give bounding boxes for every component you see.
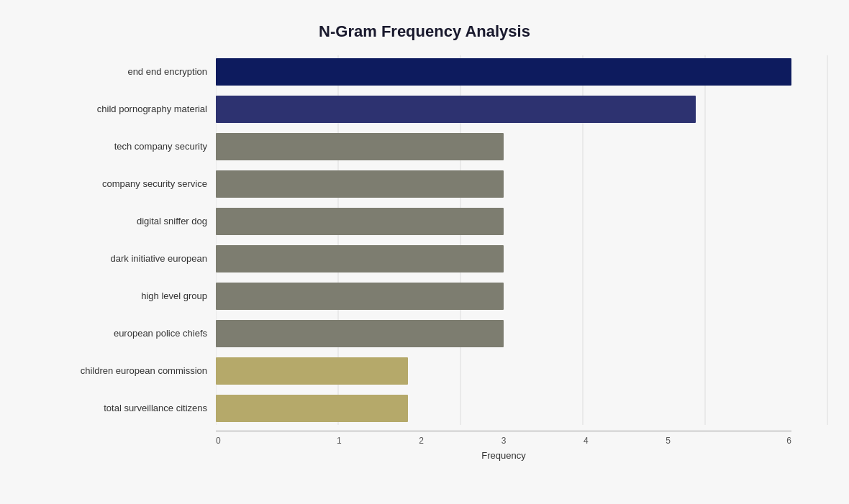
bar-fill bbox=[216, 320, 504, 347]
bar-track bbox=[216, 208, 791, 235]
bar-track bbox=[216, 395, 791, 422]
chart-area: end end encryptionchild pornography mate… bbox=[58, 55, 791, 461]
bar-track bbox=[216, 133, 791, 160]
bar-label: total surveillance citizens bbox=[58, 403, 216, 413]
bar-row: dark initiative european bbox=[58, 242, 791, 275]
bar-label: child pornography material bbox=[58, 104, 216, 114]
bar-fill bbox=[216, 58, 791, 86]
bar-track bbox=[216, 170, 791, 198]
bar-row: children european commission bbox=[58, 354, 791, 388]
chart-title: N-Gram Frequency Analysis bbox=[58, 22, 791, 41]
bar-row: total surveillance citizens bbox=[58, 392, 791, 425]
x-tick: 3 bbox=[463, 436, 545, 446]
x-tick: 4 bbox=[545, 436, 627, 446]
bar-label: children european commission bbox=[58, 365, 216, 376]
bar-row: child pornography material bbox=[58, 93, 791, 126]
x-tick: 0 bbox=[216, 436, 298, 446]
bar-track bbox=[216, 320, 791, 347]
bar-label: end end encryption bbox=[58, 66, 216, 77]
bar-fill bbox=[216, 245, 504, 272]
bars-container: end end encryptionchild pornography mate… bbox=[58, 55, 791, 425]
bar-row: tech company security bbox=[58, 130, 791, 163]
bar-track bbox=[216, 245, 791, 272]
bar-row: european police chiefs bbox=[58, 317, 791, 350]
bar-fill bbox=[216, 395, 408, 422]
chart-container: N-Gram Frequency Analysis end end encryp… bbox=[29, 8, 820, 497]
bar-label: tech company security bbox=[58, 141, 216, 152]
bar-track bbox=[216, 357, 791, 385]
x-tick: 5 bbox=[627, 436, 709, 446]
x-tick: 1 bbox=[298, 436, 380, 446]
bar-fill bbox=[216, 208, 504, 235]
bar-track bbox=[216, 283, 791, 310]
bars-and-grid: end end encryptionchild pornography mate… bbox=[58, 55, 791, 429]
bar-track bbox=[216, 58, 791, 86]
bar-fill bbox=[216, 96, 696, 123]
bar-row: high level group bbox=[58, 280, 791, 313]
bar-fill bbox=[216, 133, 504, 160]
bar-label: high level group bbox=[58, 290, 216, 301]
x-tick: 6 bbox=[709, 436, 791, 446]
bar-row: end end encryption bbox=[58, 55, 791, 88]
bar-label: european police chiefs bbox=[58, 328, 216, 339]
bar-fill bbox=[216, 170, 504, 198]
x-ticks-row: 0123456 bbox=[216, 431, 791, 446]
bar-fill bbox=[216, 357, 408, 385]
bar-fill bbox=[216, 283, 504, 310]
bar-label: company security service bbox=[58, 178, 216, 189]
x-axis-label: Frequency bbox=[216, 450, 791, 461]
x-tick: 2 bbox=[381, 436, 463, 446]
bar-label: dark initiative european bbox=[58, 253, 216, 264]
bar-row: digital sniffer dog bbox=[58, 205, 791, 238]
bar-label: digital sniffer dog bbox=[58, 216, 216, 226]
bar-track bbox=[216, 96, 791, 123]
bar-row: company security service bbox=[58, 168, 791, 201]
